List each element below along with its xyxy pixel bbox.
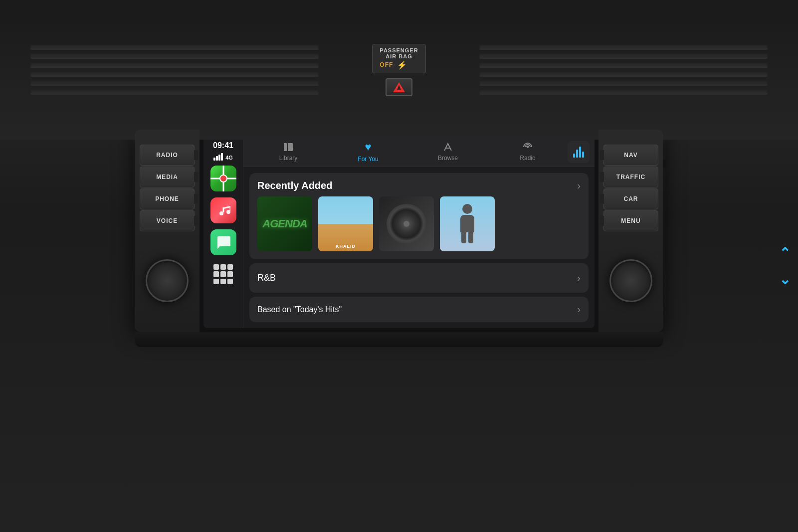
right-controls-panel: NAV TRAFFIC CAR MENU <box>598 130 663 332</box>
messages-icon <box>216 235 231 250</box>
signal-bar-3 <box>218 155 220 161</box>
dashboard: PASSENGER AIR BAG OFF ⚡ RADIO <box>0 0 798 532</box>
signal-bars <box>213 153 223 161</box>
bottom-strip <box>135 332 663 347</box>
record-icon <box>387 204 426 244</box>
voice-button[interactable]: VOICE <box>140 210 195 231</box>
recently-added-title: Recently Added <box>257 180 332 191</box>
svg-rect-2 <box>284 143 287 151</box>
vent-right <box>449 40 798 100</box>
car-button[interactable]: CAR <box>603 188 658 209</box>
album-ed-sheeran[interactable] <box>379 196 434 251</box>
radio-icon <box>521 142 534 153</box>
now-playing-button[interactable] <box>568 141 590 163</box>
main-unit: RADIO MEDIA PHONE VOICE 09:41 <box>135 130 663 332</box>
hazard-icon <box>393 82 405 92</box>
tab-library-label: Library <box>279 155 298 162</box>
traffic-button[interactable]: TRAFFIC <box>603 167 658 187</box>
vent-left <box>0 40 349 100</box>
svg-rect-3 <box>288 143 293 151</box>
phone-button[interactable]: PHONE <box>140 188 195 209</box>
app-messages[interactable] <box>210 229 236 255</box>
vents-area: PASSENGER AIR BAG OFF ⚡ <box>0 0 798 140</box>
carplay-main: Library ♥ For You Browse <box>243 134 595 328</box>
content-area: Recently Added › AGENDA <box>243 167 595 328</box>
airbag-line2: AIR BAG <box>380 53 418 59</box>
maps-icon-art <box>210 166 236 191</box>
screen-wrapper: 09:41 4G <box>200 130 598 332</box>
vent-slat <box>479 54 768 59</box>
silhouette-figure <box>456 204 479 244</box>
airbag-icon: ⚡ <box>397 60 407 70</box>
vent-slat <box>30 72 319 77</box>
center-console-top: PASSENGER AIR BAG OFF ⚡ <box>349 44 449 96</box>
media-button[interactable]: MEDIA <box>140 167 195 187</box>
based-on-title: Based on "Today's Hits" <box>257 305 342 314</box>
vent-slat <box>30 81 319 86</box>
network-type: 4G <box>225 155 233 161</box>
app-maps[interactable] <box>210 166 236 191</box>
airbag-line1: PASSENGER <box>380 47 418 53</box>
agenda-text: AGENDA <box>262 217 307 230</box>
album-khalid[interactable]: KHALID <box>318 196 373 251</box>
carplay-time: 09:41 <box>213 141 233 150</box>
album-row: AGENDA KHALID <box>249 196 589 259</box>
album-agenda[interactable]: AGENDA <box>257 196 312 251</box>
rnb-chevron: › <box>577 272 581 284</box>
recently-added-chevron: › <box>577 180 581 191</box>
tab-radio-label: Radio <box>520 155 535 162</box>
airbag-status: OFF <box>380 61 393 68</box>
music-note-icon <box>216 203 230 217</box>
rnb-title: R&B <box>257 273 276 283</box>
signal-bar-1 <box>213 158 215 161</box>
tab-browse[interactable]: Browse <box>408 139 488 166</box>
app-grid-button[interactable] <box>210 261 236 287</box>
carplay-sidebar: 09:41 4G <box>203 134 243 328</box>
menu-button[interactable]: MENU <box>603 210 658 231</box>
svg-point-4 <box>527 146 529 148</box>
signal-bar-2 <box>216 156 218 161</box>
recently-added-header[interactable]: Recently Added › <box>249 173 589 196</box>
based-on-section[interactable]: Based on "Today's Hits" › <box>249 297 589 322</box>
based-on-chevron: › <box>577 304 581 315</box>
vent-slat <box>30 54 319 59</box>
vent-slat <box>30 45 319 50</box>
vent-slat <box>479 63 768 68</box>
equalizer-icon <box>573 147 584 158</box>
signal-bar-4 <box>221 153 223 161</box>
radio-button[interactable]: RADIO <box>140 145 195 166</box>
album-silhouette[interactable] <box>440 196 495 251</box>
browse-icon <box>442 142 453 153</box>
recently-added-section: Recently Added › AGENDA <box>249 173 589 259</box>
vent-slat <box>30 90 319 95</box>
tab-for-you-label: For You <box>358 156 378 163</box>
app-grid-icon <box>211 262 235 286</box>
vent-slat <box>479 90 768 95</box>
vent-slat <box>479 45 768 50</box>
tab-browse-label: Browse <box>438 155 458 162</box>
tab-library[interactable]: Library <box>248 139 328 166</box>
signal-row: 4G <box>213 153 233 162</box>
khalid-text: KHALID <box>336 244 356 249</box>
nav-button[interactable]: NAV <box>603 145 658 166</box>
rnb-section[interactable]: R&B › <box>249 263 589 293</box>
library-icon <box>283 142 294 153</box>
tab-radio[interactable]: Radio <box>488 139 568 166</box>
app-music[interactable] <box>210 197 236 223</box>
airbag-label: PASSENGER AIR BAG OFF ⚡ <box>372 44 425 73</box>
heart-icon: ♥ <box>365 141 371 154</box>
vent-slat <box>479 81 768 86</box>
left-controls-panel: RADIO MEDIA PHONE VOICE <box>135 130 200 332</box>
tab-for-you[interactable]: ♥ For You <box>328 138 408 167</box>
carplay-screen: 09:41 4G <box>203 134 595 328</box>
vent-slat <box>479 72 768 77</box>
hazard-button[interactable] <box>386 78 412 96</box>
vent-slat <box>30 63 319 68</box>
